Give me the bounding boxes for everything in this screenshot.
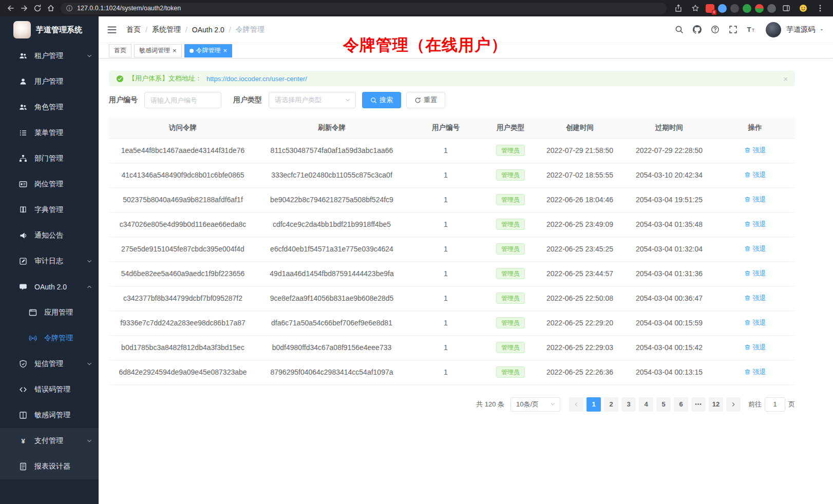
extension-icon[interactable] [730, 4, 739, 13]
force-logout-button[interactable]: 强退 [744, 367, 766, 377]
user-avatar[interactable] [766, 22, 781, 37]
page-button-5[interactable]: 5 [656, 397, 671, 412]
force-logout-button[interactable]: 强退 [744, 244, 766, 254]
sidebar-item-error-code[interactable]: 错误码管理 [0, 377, 99, 402]
page-button-1[interactable]: 1 [586, 397, 601, 412]
address-bar[interactable]: 127.0.0.1:1024/system/oauth2/token [61, 3, 667, 14]
tab-token[interactable]: 令牌管理× [184, 44, 233, 57]
user-type-cell: 管理员 [485, 138, 536, 163]
user-type-label: 用户类型 [233, 95, 262, 105]
extension-icon[interactable] [718, 4, 727, 13]
user-id-input[interactable] [144, 92, 221, 108]
sidebar-item-report-designer[interactable]: 报表设计器 [0, 454, 99, 479]
search-icon[interactable] [671, 21, 688, 38]
tab-close-icon[interactable]: × [173, 47, 177, 54]
tab-close-icon[interactable]: × [223, 47, 228, 54]
sidebar-item-sms[interactable]: 短信管理 [0, 351, 99, 377]
access-token-cell: c342377bf8b344799dcbf7bf095287f2 [109, 286, 257, 311]
site-info-icon[interactable] [66, 5, 73, 12]
sidebar-item-label: 支付管理 [34, 436, 86, 445]
sidebar-item-dict[interactable]: 字典管理 [0, 197, 99, 223]
app-logo[interactable]: 芋道管理系统 [0, 16, 99, 43]
help-icon[interactable] [707, 21, 724, 38]
page-button-4[interactable]: 4 [639, 397, 653, 412]
browser-profile-avatar[interactable] [797, 2, 810, 15]
more-pages-button[interactable]: ••• [691, 397, 706, 412]
force-logout-button[interactable]: 强退 [744, 318, 766, 327]
share-icon[interactable] [672, 2, 685, 15]
tab-home[interactable]: 首页 [109, 44, 131, 57]
side-panel-icon[interactable] [780, 2, 793, 15]
search-button[interactable]: 搜索 [362, 92, 401, 108]
force-logout-button[interactable]: 强退 [744, 170, 766, 180]
back-button[interactable] [4, 2, 17, 15]
sidebar-item-label: 应用管理 [44, 308, 92, 317]
sidebar-item-user[interactable]: 用户管理 [0, 69, 99, 94]
fullscreen-icon[interactable] [725, 21, 742, 38]
page-button-6[interactable]: 6 [674, 397, 688, 412]
force-logout-label: 强退 [753, 269, 766, 278]
extension-icon[interactable] [743, 4, 751, 13]
user-name[interactable]: 芋道源码 [786, 25, 815, 34]
next-page-button[interactable] [726, 397, 741, 412]
github-icon[interactable] [689, 21, 706, 38]
user-type-badge: 管理员 [496, 293, 525, 304]
table-row: c342377bf8b344799dcbf7bf095287f29ce8ef2a… [109, 286, 795, 311]
sidebar-item-oauth2-application[interactable]: 应用管理 [0, 300, 99, 325]
created-time-cell: 2022-06-25 22:50:08 [536, 286, 623, 311]
sidebar-item-role[interactable]: 角色管理 [0, 94, 99, 120]
app-icon [29, 308, 37, 317]
forward-button[interactable] [17, 2, 31, 15]
doc-link[interactable]: https://doc.iocoder.cn/user-center/ [206, 75, 307, 83]
force-logout-button[interactable]: 强退 [744, 220, 766, 229]
sidebar-item-post[interactable]: 岗位管理 [0, 171, 99, 197]
extension-icon[interactable]: 0 [706, 4, 714, 13]
sidebar-item-dept[interactable]: 部门管理 [0, 146, 99, 171]
goto-page-input[interactable] [765, 397, 785, 412]
alert-close-icon[interactable]: × [783, 74, 788, 83]
user-id-cell: 1 [407, 335, 485, 360]
home-button[interactable] [44, 2, 58, 15]
font-size-icon[interactable]: TT [743, 21, 760, 38]
svg-text:T: T [747, 26, 751, 33]
page-size-select[interactable]: 10条/页 [510, 397, 560, 412]
access-token-cell: c347026e805e4d99b0d116eae66eda8c [109, 212, 257, 237]
force-logout-label: 强退 [753, 170, 766, 180]
breadcrumb-item[interactable]: 首页 [126, 25, 141, 34]
user-id-cell: 1 [407, 261, 485, 286]
reload-button[interactable] [31, 2, 44, 15]
sidebar-item-notice[interactable]: 通知公告 [0, 223, 99, 248]
sidebar-item-oauth2-token[interactable]: 令牌管理 [0, 325, 99, 351]
breadcrumb-item[interactable]: OAuth 2.0 [192, 26, 224, 34]
sidebar-item-audit-log[interactable]: 审计日志 [0, 248, 99, 274]
extension-icon[interactable] [767, 4, 776, 13]
prev-page-button[interactable] [569, 397, 583, 412]
page-button-3[interactable]: 3 [621, 397, 636, 412]
breadcrumb-item[interactable]: 系统管理 [152, 25, 181, 34]
user-type-select[interactable]: 请选择用户类型 [269, 92, 356, 108]
page-button-2[interactable]: 2 [604, 397, 618, 412]
reset-button[interactable]: 重置 [406, 92, 445, 108]
page-buttons: 123456•••12 [585, 397, 725, 412]
delete-icon [744, 196, 751, 203]
force-logout-button[interactable]: 强退 [744, 146, 766, 155]
force-logout-button[interactable]: 强退 [744, 269, 766, 278]
sidebar-item-menu[interactable]: 菜单管理 [0, 120, 99, 146]
expire-time-cell: 2054-03-04 19:51:25 [623, 187, 715, 212]
browser-menu-icon[interactable] [813, 2, 827, 15]
force-logout-button[interactable]: 强退 [744, 343, 766, 352]
extension-icon[interactable] [755, 4, 764, 13]
force-logout-button[interactable]: 强退 [744, 195, 766, 204]
bookmark-star-icon[interactable] [689, 2, 702, 15]
page-button-12[interactable]: 12 [709, 397, 723, 412]
user-type-cell: 管理员 [485, 286, 536, 311]
sidebar-item-oauth2[interactable]: OAuth 2.0 [0, 274, 99, 300]
sidebar-item-pay[interactable]: ¥支付管理 [0, 428, 99, 454]
sidebar-item-sensitive-word[interactable]: 敏感词管理 [0, 402, 99, 428]
force-logout-button[interactable]: 强退 [744, 294, 766, 303]
sidebar-item-tenant[interactable]: 租户管理 [0, 43, 99, 69]
tab-sensitive-word[interactable]: 敏感词管理× [134, 44, 182, 57]
chevron-down-icon[interactable] [819, 27, 825, 33]
collapse-sidebar-icon[interactable] [107, 25, 117, 35]
chevron-down-icon [86, 53, 92, 59]
